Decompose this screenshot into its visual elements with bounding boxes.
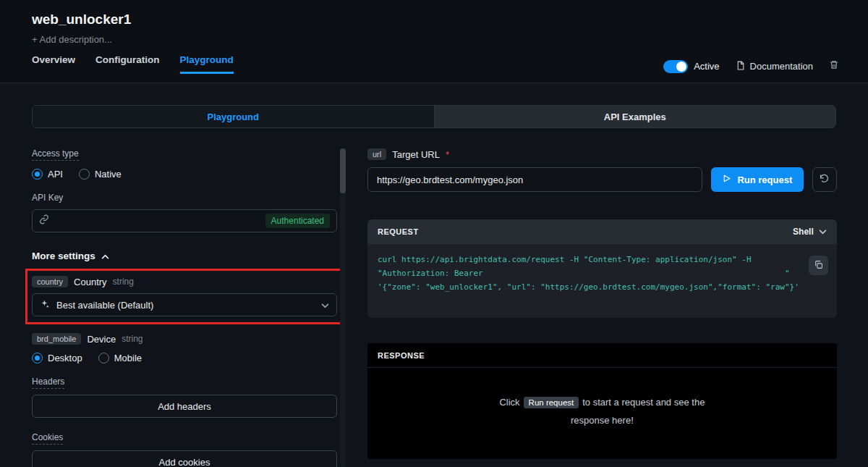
settings-panel: Access type API Native API Key [32, 148, 347, 467]
tab-api-examples[interactable]: API Examples [435, 106, 836, 127]
more-settings-toggle[interactable]: More settings [32, 251, 337, 261]
tab-overview[interactable]: Overview [32, 54, 75, 74]
tab-playground-view[interactable]: Playground [33, 106, 435, 127]
page-title: web_unlocker1 [32, 12, 836, 28]
documentation-label: Documentation [750, 61, 813, 72]
language-select-value: Shell [793, 227, 814, 237]
radio-api-control[interactable] [32, 169, 43, 180]
request-panel-header: REQUEST Shell [367, 219, 837, 244]
chevron-up-icon [101, 251, 109, 261]
country-select-value: Best available (Default) [56, 300, 153, 311]
request-panel-column: url Target URL * Run request [367, 148, 837, 467]
tab-playground[interactable]: Playground [180, 54, 234, 74]
response-placeholder: ClickRun requestto start a request and s… [367, 368, 837, 456]
toggle-switch[interactable] [663, 60, 688, 73]
country-field-label: Country [74, 277, 107, 287]
header-actions: Active Documentation [663, 59, 839, 73]
radio-api[interactable]: API [32, 169, 63, 180]
radio-native-control[interactable] [79, 169, 90, 180]
scrollbar-thumb[interactable] [340, 148, 346, 193]
api-key-label: API Key [32, 193, 337, 203]
more-settings-label: More settings [32, 251, 95, 261]
app-header: web_unlocker1 + Add description... Overv… [0, 0, 868, 83]
device-field-type: string [122, 334, 142, 344]
response-hint-line2: response here! [571, 415, 634, 426]
device-field-label: Device [87, 334, 116, 345]
copy-icon [814, 260, 823, 272]
documentation-link[interactable]: Documentation [736, 60, 813, 73]
refresh-icon [819, 173, 830, 186]
playground-tabbar: Playground API Examples [32, 105, 836, 128]
code-line: curl https://api.brightdata.com/request … [378, 253, 799, 267]
radio-mobile-control[interactable] [98, 353, 109, 363]
play-icon [722, 174, 731, 185]
main-content: Playground API Examples Access type API [0, 83, 868, 467]
delete-button[interactable] [829, 59, 839, 73]
response-hint-prefix: Click [499, 397, 519, 408]
annotation-highlight: country Country string Best available (D… [25, 269, 344, 324]
request-title: REQUEST [378, 227, 419, 236]
web-unlocker-page: web_unlocker1 + Add description... Overv… [0, 0, 868, 467]
radio-desktop-control[interactable] [32, 353, 43, 363]
link-icon [39, 214, 49, 227]
active-toggle-label: Active [694, 61, 719, 72]
copy-code-button[interactable] [809, 256, 828, 275]
radio-native[interactable]: Native [79, 169, 122, 180]
api-key-field[interactable]: Authenticated [32, 209, 337, 232]
device-param-chip: brd_mobile [32, 333, 81, 345]
request-code-block: curl https://api.brightdata.com/request … [367, 244, 837, 318]
radio-desktop-label: Desktop [48, 353, 82, 363]
device-options: Desktop Mobile [32, 353, 337, 363]
language-select[interactable]: Shell [793, 227, 827, 237]
chevron-down-icon [819, 227, 827, 237]
document-icon [736, 60, 745, 73]
settings-scrollbar[interactable] [340, 148, 346, 467]
code-line: "Authorization: Bearer " [378, 267, 799, 281]
chevron-down-icon [321, 300, 329, 311]
add-description-field[interactable]: + Add description... [32, 34, 836, 45]
radio-native-label: Native [95, 169, 122, 180]
tab-configuration[interactable]: Configuration [95, 54, 159, 74]
add-headers-button[interactable]: Add headers [32, 395, 337, 418]
response-title: RESPONSE [367, 343, 837, 368]
target-url-input[interactable] [367, 167, 702, 192]
headers-label: Headers [32, 376, 64, 389]
url-param-chip: url [367, 148, 386, 160]
authenticated-badge: Authenticated [265, 214, 330, 228]
response-hint-mid: to start a request and see the [582, 397, 705, 408]
country-field-header: country Country string [32, 276, 337, 287]
radio-api-label: API [48, 169, 63, 180]
active-toggle[interactable]: Active [663, 60, 719, 73]
required-asterisk: * [446, 149, 449, 160]
run-request-chip: Run request [524, 397, 579, 408]
radio-mobile[interactable]: Mobile [98, 353, 142, 363]
add-cookies-button[interactable]: Add cookies [32, 450, 337, 467]
access-type-options: API Native [32, 169, 337, 180]
toggle-knob [676, 62, 686, 72]
trash-icon [829, 59, 839, 73]
radio-desktop[interactable]: Desktop [32, 353, 82, 363]
country-param-chip: country [32, 276, 68, 287]
sparkles-icon [40, 299, 50, 311]
access-type-label: Access type [32, 148, 79, 161]
device-field-header: brd_mobile Device string [32, 333, 337, 345]
run-request-button[interactable]: Run request [711, 167, 804, 192]
radio-mobile-label: Mobile [114, 353, 142, 363]
response-panel: RESPONSE ClickRun requestto start a requ… [367, 343, 837, 459]
reset-button[interactable] [812, 167, 837, 192]
run-request-label: Run request [737, 174, 792, 185]
code-line: '{"zone": "web_unlocker1", "url": "https… [378, 281, 799, 295]
target-url-label: Target URL [392, 149, 440, 160]
request-panel: REQUEST Shell curl https://api.brightdat… [367, 219, 837, 318]
target-url-header: url Target URL * [367, 148, 837, 160]
country-field-type: string [113, 277, 134, 287]
cookies-label: Cookies [32, 432, 63, 445]
country-select[interactable]: Best available (Default) [32, 293, 337, 316]
